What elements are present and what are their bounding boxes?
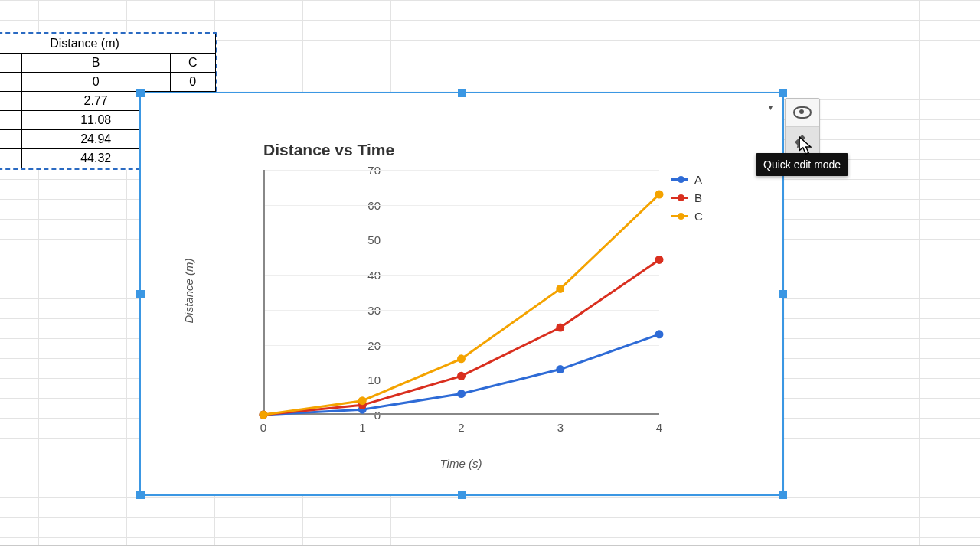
svg-point-8: [556, 323, 564, 331]
chart-title: Distance vs Time: [263, 141, 394, 159]
svg-point-7: [457, 372, 466, 380]
legend-swatch-icon: [671, 197, 688, 199]
svg-point-14: [655, 191, 664, 199]
y-axis-label: Distance (m): [182, 258, 195, 323]
eye-icon: [793, 106, 812, 119]
svg-point-4: [655, 330, 664, 338]
legend-label: C: [694, 210, 703, 223]
tooltip: Quick edit mode: [756, 153, 848, 176]
legend-item[interactable]: C: [671, 207, 703, 225]
resize-handle[interactable]: [779, 491, 787, 499]
resize-handle[interactable]: [779, 89, 787, 97]
svg-point-11: [358, 396, 367, 405]
legend-item[interactable]: A: [671, 170, 703, 188]
legend-item[interactable]: B: [671, 188, 703, 207]
x-tick: 4: [656, 421, 662, 434]
resize-handle[interactable]: [458, 89, 466, 97]
col-header: B: [21, 54, 170, 73]
svg-point-10: [260, 411, 268, 419]
resize-handle[interactable]: [779, 290, 787, 298]
x-tick: 2: [458, 421, 464, 434]
table-row: 0 0: [0, 73, 216, 92]
chart-tools-panel: [785, 98, 820, 155]
legend-swatch-icon: [671, 178, 688, 181]
x-tick: 0: [260, 421, 266, 434]
col-header: [0, 54, 21, 73]
resize-handle[interactable]: [458, 491, 466, 499]
pencil-icon: [795, 133, 810, 148]
legend-label: B: [694, 191, 702, 204]
svg-point-13: [556, 285, 564, 293]
chart-menu-dropdown[interactable]: ▾: [764, 101, 776, 113]
svg-point-2: [457, 390, 466, 398]
legend-swatch-icon: [671, 215, 688, 217]
x-tick: 1: [359, 421, 365, 434]
col-header: C: [170, 54, 215, 73]
svg-point-3: [556, 365, 564, 373]
quick-edit-button[interactable]: [786, 127, 819, 155]
resize-handle[interactable]: [136, 491, 145, 499]
x-tick: 3: [557, 421, 564, 434]
resize-handle[interactable]: [136, 290, 145, 298]
legend-label: A: [694, 173, 702, 186]
x-axis-label: Time (s): [440, 457, 482, 470]
svg-point-12: [457, 354, 466, 363]
view-mode-button[interactable]: [786, 99, 819, 126]
chart-legend: A B C: [671, 170, 703, 225]
table-header: Distance (m): [0, 34, 216, 54]
resize-handle[interactable]: [136, 89, 145, 97]
chart-svg: [263, 170, 659, 415]
chart-object[interactable]: ▾ Distance vs Time Distance (m) Time (s)…: [139, 92, 784, 496]
svg-point-9: [655, 256, 664, 264]
